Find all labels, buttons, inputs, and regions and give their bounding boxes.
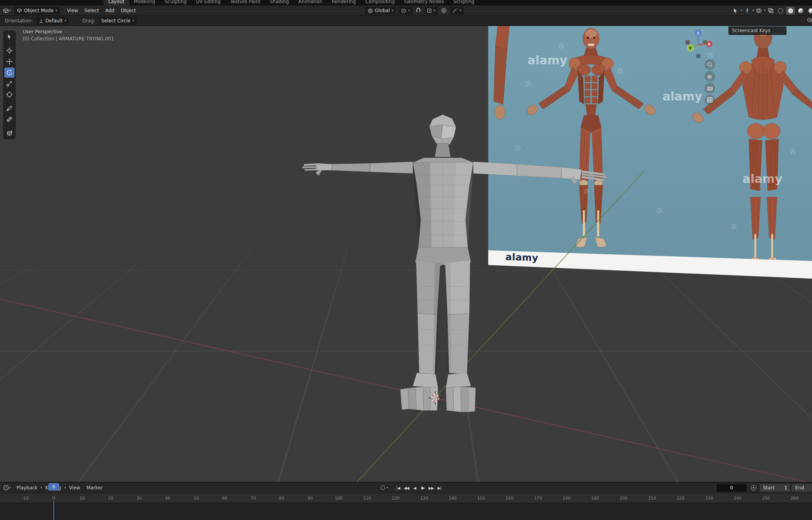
snap-caret: ▾ — [434, 9, 435, 12]
camera-view-button[interactable] — [704, 83, 715, 93]
shading-solid-button[interactable] — [786, 7, 795, 15]
menu-playback[interactable]: Playback — [13, 483, 41, 493]
workspace-tab-shading[interactable]: Shading — [265, 0, 294, 5]
sync-icon[interactable] — [751, 485, 756, 491]
gizmo-minus-x-axis[interactable] — [685, 40, 690, 45]
orientation-setting-dropdown[interactable]: Default ▾ — [36, 17, 69, 25]
active-collection-label: (0) Collection | ARMATURE TRYING.001 — [23, 36, 114, 42]
workspace-tab-texture-paint[interactable]: Texture Paint — [225, 0, 265, 5]
tool-cursor[interactable] — [4, 46, 15, 56]
show-overlays-icon[interactable] — [755, 7, 763, 14]
selectability-caret[interactable]: ▾ — [741, 9, 742, 12]
gizmo-caret[interactable]: ▾ — [752, 9, 754, 12]
ruler-tick: 150 — [477, 496, 485, 500]
start-label: Start — [763, 485, 774, 491]
snap-settings-dropdown[interactable]: ▾ — [424, 7, 438, 15]
jump-to-start-button[interactable]: |◀ — [394, 484, 402, 492]
frame-end-field[interactable]: End — [792, 484, 812, 492]
workspace-tab-uv-editing[interactable]: UV Editing — [191, 0, 225, 5]
rendered-sphere-icon — [808, 8, 812, 13]
navigation-gizmo[interactable]: Z X Y — [681, 27, 716, 62]
ruler-tick: 200 — [620, 496, 628, 500]
frame-start-field[interactable]: Start 1 — [760, 484, 790, 492]
transform-orientation-dropdown[interactable]: Global ▾ — [365, 7, 396, 15]
current-frame-field[interactable]: 0 — [717, 484, 746, 492]
tool-annotate[interactable] — [4, 103, 15, 113]
menu-view[interactable]: View — [64, 5, 81, 16]
proportional-editing-icon[interactable] — [440, 7, 447, 14]
workspace-tab-geometry-nodes[interactable]: Geometry Nodes — [400, 0, 449, 5]
menu-marker[interactable]: Marker — [83, 483, 106, 493]
jump-to-end-button[interactable]: ▶| — [435, 484, 443, 492]
overlays-caret[interactable]: ▾ — [764, 9, 766, 12]
menu-object[interactable]: Object — [117, 5, 139, 16]
ruler-tick: 140 — [449, 496, 456, 500]
zoom-button[interactable] — [704, 59, 715, 70]
timeline-track-area[interactable] — [0, 503, 812, 520]
tool-transform[interactable] — [4, 89, 15, 100]
pivot-point-dropdown[interactable]: ▾ — [398, 7, 412, 15]
shading-wireframe-button[interactable] — [776, 7, 785, 15]
next-keyframe-button[interactable]: ▶▶ — [427, 484, 435, 492]
workspace-tab-rendering[interactable]: Rendering — [327, 0, 360, 5]
editor-type-icon[interactable] — [2, 7, 9, 14]
editor-type-caret[interactable]: ▾ — [9, 9, 11, 12]
timeline-ruler[interactable]: -100102030405060708090100110120130140150… — [0, 493, 812, 503]
tool-add-cube[interactable] — [4, 128, 15, 138]
viewport-3d[interactable]: alamy alamy alamy a a a a a a a a a alam… — [0, 26, 812, 482]
ruler-tick: 20 — [108, 496, 113, 500]
orientation-label: Global — [375, 8, 390, 13]
workspace-tab-compositing[interactable]: Compositing — [361, 0, 400, 5]
options-dropdown[interactable]: Options — [807, 17, 812, 23]
workspace-tab-modeling[interactable]: Modeling — [129, 0, 160, 5]
workspace-tab-scripting[interactable]: Scripting — [449, 0, 479, 5]
workspace-tab-layout[interactable]: Layout — [104, 0, 129, 5]
tool-move[interactable] — [4, 57, 15, 67]
low-poly-humanoid-model[interactable] — [302, 115, 607, 412]
shading-material-button[interactable] — [796, 7, 805, 15]
mode-caret: ▾ — [56, 9, 57, 12]
y-axis-line — [318, 171, 644, 482]
playhead[interactable]: 0 — [48, 483, 59, 491]
xray-toggle-icon[interactable] — [767, 7, 774, 14]
snap-magnet-icon[interactable] — [415, 7, 422, 14]
view-perspective-label: User Perspective — [23, 29, 62, 35]
wireframe-sphere-icon — [778, 8, 783, 13]
pan-button[interactable] — [704, 71, 715, 82]
tool-scale[interactable] — [4, 78, 15, 89]
tool-measure[interactable] — [4, 114, 15, 124]
drag-dropdown[interactable]: Select Circle ▾ — [99, 17, 137, 25]
ortho-toggle-button[interactable] — [704, 95, 715, 105]
sidebar-collapse-icon[interactable]: ‹ — [722, 27, 724, 34]
ruler-tick: 210 — [648, 496, 656, 500]
falloff-dropdown[interactable]: ▾ — [450, 7, 464, 15]
gizmo-minus-z-axis[interactable] — [696, 54, 701, 58]
workspace-tab-sculpting[interactable]: Sculpting — [160, 0, 191, 5]
ruler-tick: 250 — [762, 496, 770, 500]
play-button[interactable]: ▶ — [419, 484, 427, 492]
shading-rendered-button[interactable] — [807, 7, 812, 15]
menu-add[interactable]: Add — [102, 5, 117, 16]
ruler-tick: -10 — [22, 496, 29, 500]
tool-select-box[interactable] — [4, 32, 15, 42]
screencast-keys-panel[interactable]: Screencast Keys — [728, 26, 786, 35]
menu-tl-view[interactable]: View — [66, 483, 83, 493]
axes-icon — [39, 18, 44, 23]
timeline-editor-caret[interactable]: ▾ — [9, 486, 11, 489]
timeline-editor: ▾ Playback ▾ Keying ▾ View Marker ▾ |◀ ◀… — [0, 482, 812, 520]
workspace-tab-animation[interactable]: Animation — [294, 0, 327, 5]
show-gizmo-icon[interactable] — [744, 7, 751, 14]
menu-select[interactable]: Select — [81, 5, 102, 16]
auto-keying-toggle[interactable] — [381, 485, 385, 490]
play-reverse-button[interactable]: ◀ — [411, 484, 419, 492]
mode-dropdown[interactable]: Object Mode ▾ — [14, 7, 60, 15]
ruler-tick: 260 — [791, 496, 799, 500]
selectability-icon[interactable] — [732, 7, 739, 14]
gizmo-minus-y-axis[interactable] — [703, 40, 707, 44]
falloff-curve-icon — [453, 9, 458, 13]
tool-rotate[interactable] — [4, 68, 15, 78]
timeline-editor-type-icon[interactable] — [2, 484, 9, 491]
auto-keying-caret[interactable]: ▾ — [387, 486, 388, 489]
ruler-tick: 50 — [193, 496, 199, 500]
prev-keyframe-button[interactable]: ◀◀ — [402, 484, 411, 492]
